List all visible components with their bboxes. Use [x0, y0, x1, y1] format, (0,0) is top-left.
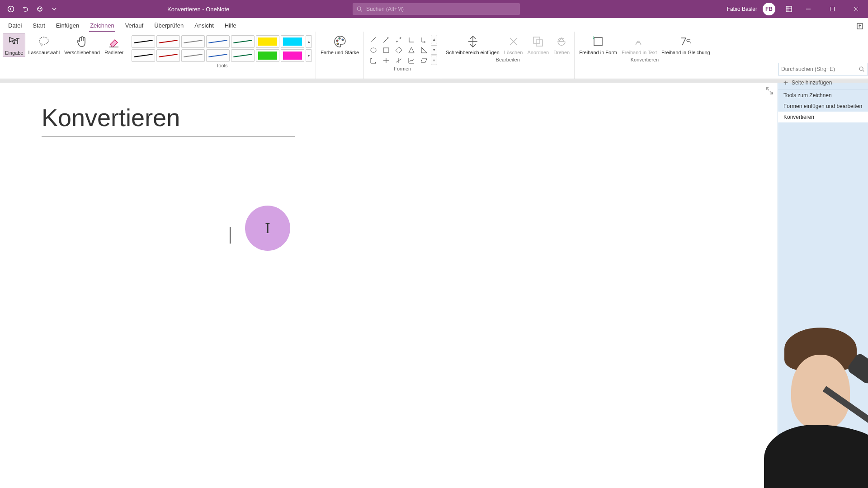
minimize-button[interactable]: [798, 0, 818, 18]
highlighter-swatch[interactable]: [281, 35, 304, 48]
rotate-icon: [554, 34, 569, 49]
ink-math-label: Freihand in Gleichung: [661, 50, 710, 55]
shape-elbow[interactable]: [406, 35, 417, 44]
insert-space-button[interactable]: Schreibbereich einfügen: [444, 33, 501, 56]
svg-line-20: [396, 38, 401, 42]
delete-button: Löschen: [502, 33, 525, 56]
tool-lasso-label: Lassoauswahl: [28, 50, 60, 55]
quick-access-toolbar: [0, 4, 60, 14]
global-search-input[interactable]: [366, 6, 516, 12]
tool-pan-button[interactable]: Verschiebehand: [62, 33, 102, 56]
pen-swatch[interactable]: [206, 35, 230, 48]
pen-swatch[interactable]: [181, 49, 205, 62]
tool-lasso-button[interactable]: Lassoauswahl: [26, 33, 61, 56]
back-icon[interactable]: [5, 4, 16, 14]
pen-swatch[interactable]: [156, 35, 180, 48]
maximize-button[interactable]: [822, 0, 842, 18]
shapes-scroll-up[interactable]: ▲: [431, 35, 437, 44]
shape-double-arrow[interactable]: [393, 35, 405, 44]
qat-more-icon[interactable]: [49, 4, 60, 14]
shape-axes[interactable]: [368, 56, 379, 65]
window-title: Konvertieren - OneNote: [167, 6, 229, 13]
pen-swatch[interactable]: [132, 35, 155, 48]
shape-triangle[interactable]: [406, 45, 417, 55]
svg-point-2: [39, 9, 39, 9]
pen-swatch[interactable]: [156, 49, 180, 62]
svg-rect-22: [383, 48, 389, 52]
pen-swatch[interactable]: [231, 49, 255, 62]
shape-axes-2[interactable]: [380, 56, 392, 65]
tab-zeichnen[interactable]: Zeichnen: [85, 20, 119, 32]
tab-einfuegen[interactable]: Einfügen: [51, 20, 85, 32]
highlighter-swatch[interactable]: [256, 35, 279, 48]
pen-gallery-more[interactable]: ▾: [306, 49, 312, 62]
global-search[interactable]: [353, 3, 520, 15]
rotate-button: Drehen: [552, 33, 571, 56]
page-list-item[interactable]: Tools zum Zeichnen: [778, 90, 868, 101]
shape-right-triangle[interactable]: [418, 45, 430, 55]
page-list-item[interactable]: Formen einfügen und bearbeiten: [778, 101, 868, 112]
shape-ellipse[interactable]: [368, 45, 379, 55]
plus-icon: [783, 80, 789, 86]
svg-point-14: [336, 40, 338, 42]
page-canvas[interactable]: Konvertieren I: [0, 83, 778, 488]
pen-swatch[interactable]: [231, 35, 255, 48]
color-thickness-button[interactable]: Farbe und Stärke: [319, 33, 361, 56]
cursor-text-icon: [7, 35, 21, 49]
shape-diamond[interactable]: [393, 45, 405, 55]
page-title[interactable]: Konvertieren: [42, 103, 295, 136]
tool-eraser-button[interactable]: Radierer: [103, 33, 125, 56]
page-search[interactable]: [778, 63, 868, 75]
tool-type-button[interactable]: Eingabe: [3, 33, 25, 57]
page-search-input[interactable]: [781, 66, 859, 72]
arrange-icon: [531, 34, 545, 49]
touch-mode-icon[interactable]: [34, 4, 45, 14]
svg-rect-25: [533, 37, 540, 43]
shapes-more[interactable]: ▾: [431, 56, 437, 65]
pen-swatch[interactable]: [206, 49, 230, 62]
tools-group-label: Tools: [216, 62, 228, 70]
notes-icon[interactable]: [783, 4, 794, 14]
tab-verlauf[interactable]: Verlauf: [120, 20, 149, 32]
share-icon[interactable]: [852, 21, 868, 32]
tab-ansicht[interactable]: Ansicht: [189, 20, 219, 32]
tab-hilfe[interactable]: Hilfe: [219, 20, 242, 32]
svg-rect-9: [830, 7, 834, 11]
ink-shape-label: Freihand in Form: [579, 50, 617, 55]
tab-datei[interactable]: Datei: [3, 20, 27, 32]
undo-icon[interactable]: [20, 4, 31, 14]
shapes-scroll-down[interactable]: ▼: [431, 45, 437, 55]
tab-start[interactable]: Start: [27, 20, 50, 32]
delete-icon: [506, 34, 521, 49]
tool-pan-label: Verschiebehand: [64, 50, 100, 55]
svg-line-19: [383, 38, 388, 42]
ink-text-label: Freihand in Text: [622, 50, 657, 55]
avatar[interactable]: FB: [763, 3, 775, 15]
shape-axes-3d[interactable]: [393, 56, 405, 65]
close-button[interactable]: [846, 0, 866, 18]
svg-point-30: [859, 67, 863, 70]
highlighter-swatch[interactable]: [256, 49, 279, 62]
pen-swatch[interactable]: [181, 35, 205, 48]
pen-scroll-up[interactable]: ▲: [306, 35, 312, 48]
add-page-label: Seite hinzufügen: [792, 80, 832, 86]
pen-swatch[interactable]: [132, 49, 155, 62]
shape-elbow-arrow[interactable]: [418, 35, 430, 44]
user-name[interactable]: Fabio Basler: [727, 6, 757, 12]
delete-label: Löschen: [504, 50, 523, 55]
shape-graph[interactable]: [406, 56, 417, 65]
shape-parallelogram[interactable]: [418, 56, 430, 65]
highlighter-swatch[interactable]: [281, 49, 304, 62]
add-page-button[interactable]: Seite hinzufügen: [778, 75, 868, 90]
ribbon: Eingabe Lassoauswahl Verschiebehand Radi…: [0, 32, 868, 79]
click-highlight: I: [245, 206, 290, 251]
shape-rect[interactable]: [380, 45, 392, 55]
ink-to-shape-button[interactable]: Freihand in Form: [577, 33, 619, 56]
shape-arrow[interactable]: [380, 35, 392, 44]
page-list-item[interactable]: Konvertieren: [778, 112, 868, 122]
tab-ueberpruefen[interactable]: Überprüfen: [149, 20, 189, 32]
ink-to-math-button[interactable]: Freihand in Gleichung: [660, 33, 712, 56]
arrange-button: Anordnen: [525, 33, 551, 56]
fullscreen-icon[interactable]: [765, 86, 774, 95]
shape-line[interactable]: [368, 35, 379, 44]
